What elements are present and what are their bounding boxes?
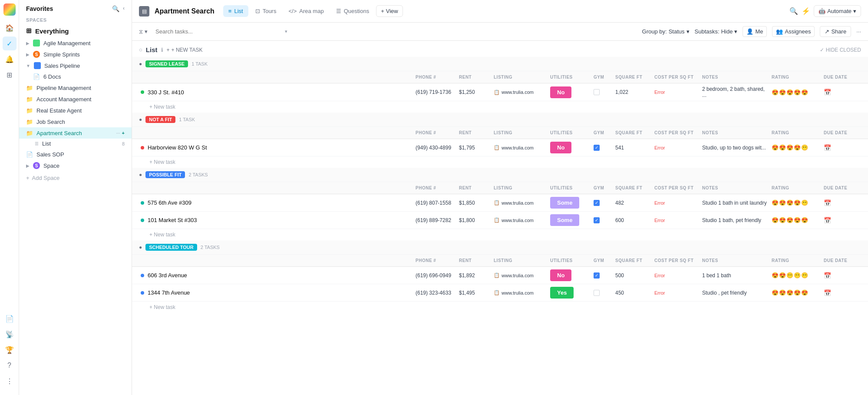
grid-icon[interactable]: ⊞ (3, 68, 17, 82)
sidebar-item-sales-pipeline[interactable]: ▼ Sales Pipeline (19, 60, 132, 71)
new-task-row-signed[interactable]: + New task (132, 101, 868, 113)
sidebar-item-simple-sprints[interactable]: ▶ S Simple Sprints (19, 49, 132, 60)
scheduled-tour-collapse-icon[interactable]: ● (139, 244, 142, 250)
app-logo[interactable] (3, 3, 16, 16)
home-icon[interactable]: 🏠 (3, 21, 17, 35)
more-icon[interactable]: ⋮ (3, 374, 17, 388)
new-task-row-scheduled[interactable]: + New task (132, 302, 868, 313)
more-options-icon[interactable]: ··· (856, 28, 861, 35)
new-task-row-not-fit[interactable]: + New task (132, 156, 868, 168)
info-icon[interactable]: ℹ (161, 47, 163, 53)
search-icon[interactable]: 🔍 (789, 7, 798, 15)
task-name-606[interactable]: 606 3rd Avenue (139, 271, 414, 279)
sidebar-search-icon[interactable]: 🔍 (112, 5, 119, 12)
listing-cell[interactable]: 📋 www.trulia.com (492, 272, 548, 279)
tab-tours[interactable]: ⊡ Tours (250, 5, 282, 17)
gym-checkbox[interactable]: ✓ (594, 145, 600, 151)
task-name-101market[interactable]: 101 Market St #303 (139, 216, 414, 224)
sidebar-item-account-mgmt[interactable]: 📁 Account Management (19, 93, 132, 105)
group-by-btn[interactable]: Group by: Status ▾ (642, 28, 690, 35)
more-dots-icon[interactable]: ··· (116, 130, 120, 136)
due-date-cell[interactable]: 📅 (822, 88, 861, 96)
radio-icon[interactable]: 📡 (3, 327, 17, 341)
tab-questions[interactable]: ☰ Questions (331, 5, 375, 17)
gym-checkbox[interactable]: ✓ (594, 200, 600, 206)
possible-fit-collapse-icon[interactable]: ● (139, 172, 142, 178)
list-collapse-icon[interactable]: ○ (139, 46, 142, 53)
trophy-icon[interactable]: 🏆 (3, 343, 17, 357)
list-count: 8 (122, 141, 125, 146)
add-space-btn[interactable]: + Add Space (19, 171, 132, 185)
tab-list[interactable]: ≡ List (223, 5, 248, 17)
tab-area-map[interactable]: </> Area map (283, 5, 329, 17)
share-btn[interactable]: ↗ Share (820, 26, 851, 37)
due-date-cell[interactable]: 📅 (822, 199, 861, 207)
sidebar-collapse-icon[interactable]: ‹ (123, 5, 125, 12)
listing-cell[interactable]: 📋 www.trulia.com (492, 199, 548, 206)
add-task-icon[interactable]: + (122, 130, 125, 136)
utilities-cell[interactable]: No (548, 86, 592, 99)
due-date-cell[interactable]: 📅 (822, 216, 861, 225)
check-icon[interactable]: ✓ (3, 37, 17, 50)
sidebar-item-pipeline-mgmt[interactable]: 📁 Pipeline Management (19, 82, 132, 93)
gym-cell[interactable]: ✓ (592, 216, 614, 224)
due-date-cell[interactable]: 📅 (822, 289, 861, 297)
gym-checkbox[interactable]: ✓ (594, 217, 600, 223)
calendar-icon[interactable]: 📅 (824, 144, 831, 151)
gym-checkbox[interactable]: ✓ (594, 272, 600, 279)
sidebar-item-list[interactable]: ☰ List 8 (19, 139, 132, 149)
due-date-cell[interactable]: 📅 (822, 143, 861, 152)
new-task-btn[interactable]: + + NEW TASK (167, 47, 203, 53)
calendar-icon[interactable]: 📅 (824, 272, 831, 279)
help-icon[interactable]: ? (3, 358, 17, 372)
gym-checkbox[interactable] (594, 89, 600, 95)
signed-lease-collapse-icon[interactable]: ● (139, 61, 142, 67)
lightning-icon[interactable]: ⚡ (802, 7, 810, 15)
sidebar-item-job-search[interactable]: 📁 Job Search (19, 116, 132, 127)
new-task-row-possible[interactable]: + New task (132, 229, 868, 240)
gym-checkbox[interactable] (594, 290, 600, 296)
search-input[interactable] (151, 26, 281, 37)
utilities-cell[interactable]: Some (548, 213, 592, 227)
listing-cell[interactable]: 📋 www.trulia.com (492, 216, 548, 224)
sidebar-item-everything[interactable]: ⊞ Everything (19, 24, 132, 37)
not-a-fit-collapse-icon[interactable]: ● (139, 116, 142, 123)
listing-cell[interactable]: 📋 www.trulia.com (492, 289, 548, 296)
calendar-icon[interactable]: 📅 (824, 289, 831, 296)
utilities-cell[interactable]: No (548, 141, 592, 154)
sidebar-item-space[interactable]: ▶ S Space (19, 160, 132, 171)
search-dropdown-icon[interactable]: ▾ (285, 29, 287, 34)
gym-cell[interactable] (592, 88, 614, 96)
task-name-330j[interactable]: 330 J St. #410 (139, 88, 414, 96)
calendar-icon[interactable]: 📅 (824, 199, 831, 206)
sidebar-item-6docs[interactable]: 📄 6 Docs (30, 71, 132, 82)
assignees-btn[interactable]: 👥 Assignees (772, 26, 815, 37)
gym-cell[interactable] (592, 289, 614, 297)
listing-cell[interactable]: 📋 www.trulia.com (492, 89, 548, 96)
sidebar-item-apartment-search[interactable]: 📁 Apartment Search ··· + (19, 127, 132, 139)
subtasks-btn[interactable]: Subtasks: Hide ▾ (695, 28, 738, 35)
due-date-cell[interactable]: 📅 (822, 271, 861, 280)
calendar-icon[interactable]: 📅 (824, 89, 831, 96)
sidebar-item-sales-sop[interactable]: 📄 Sales SOP (19, 149, 132, 160)
calendar-icon[interactable]: 📅 (824, 217, 831, 224)
bell-icon[interactable]: 🔔 (3, 52, 17, 66)
sidebar-item-agile[interactable]: ▶ Agile Management (19, 37, 132, 49)
document-icon[interactable]: 📄 (3, 312, 17, 325)
me-btn[interactable]: 👤 Me (743, 26, 767, 37)
gym-cell[interactable]: ✓ (592, 144, 614, 152)
task-name-harborview[interactable]: Harborview 820 W G St (139, 143, 414, 152)
gym-cell[interactable]: ✓ (592, 272, 614, 279)
hide-closed-btn[interactable]: ✓ HIDE CLOSED (820, 47, 861, 53)
automate-btn[interactable]: 🤖 Automate ▾ (814, 5, 861, 17)
utilities-cell[interactable]: No (548, 269, 592, 282)
utilities-cell[interactable]: Some (548, 196, 592, 209)
listing-cell[interactable]: 📋 www.trulia.com (492, 144, 548, 151)
filter-btn[interactable]: ⧖ ▾ (139, 28, 148, 35)
utilities-cell[interactable]: Yes (548, 286, 592, 299)
task-name-575[interactable]: 575 6th Ave #309 (139, 199, 414, 207)
task-name-1344[interactable]: 1344 7th Avenue (139, 289, 414, 297)
sidebar-item-real-estate[interactable]: 📁 Real Estate Agent (19, 105, 132, 116)
tab-view[interactable]: + View (376, 5, 403, 17)
gym-cell[interactable]: ✓ (592, 199, 614, 207)
